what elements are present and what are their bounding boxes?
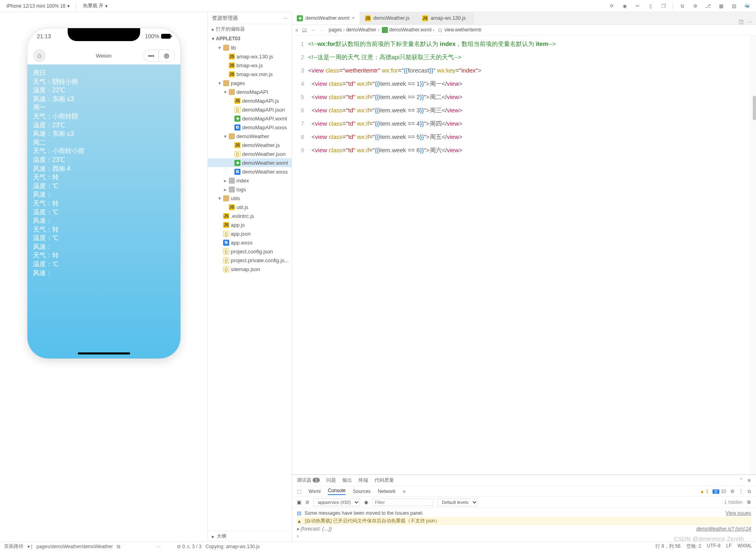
device-select[interactable]: iPhone 12/13 mini 100% 16 ▾: [4, 2, 72, 10]
filter-input[interactable]: [372, 499, 433, 506]
project-section[interactable]: ▾ APPLET03: [208, 34, 292, 43]
tree-item[interactable]: ▾demoWeather: [208, 132, 292, 141]
warning-count[interactable]: ▲ 1: [700, 489, 708, 494]
console-subtab[interactable]: Console: [328, 488, 346, 495]
split-icon[interactable]: ◫: [739, 19, 744, 25]
context-select[interactable]: appservice (#32): [313, 498, 360, 506]
tree-item[interactable]: ▾lib: [208, 43, 292, 52]
open-editors-section[interactable]: ▸ 打开的编辑器: [208, 24, 292, 34]
tree-item[interactable]: JSdemoMapAPI.js: [208, 96, 292, 105]
code-line[interactable]: <!--这是一周的天气 注意：高德api只能获取三天的天气-->: [308, 50, 748, 64]
bookmark-icon[interactable]: 🕮: [302, 27, 307, 33]
toc-icon[interactable]: ≡: [295, 27, 298, 33]
more-icon[interactable]: ···: [157, 544, 161, 549]
gear-icon[interactable]: ⚙: [730, 489, 735, 494]
code-line[interactable]: <view class="td" wx:if="{{item.week == 5…: [308, 130, 748, 143]
tree-item[interactable]: ▸logs: [208, 185, 292, 194]
file-tree[interactable]: ▾libJSamap-wx.130.jsJSbmap-wx.jsJSbmap-w…: [208, 43, 292, 531]
tree-item[interactable]: {}project.config.json: [208, 247, 292, 256]
output-tab[interactable]: 输出: [342, 477, 352, 484]
code-editor[interactable]: 123456789 <!--wx:for默认数组的当前项的下标变量名默认为 in…: [292, 35, 756, 474]
nav-fwd-icon[interactable]: →: [320, 27, 325, 33]
encoding[interactable]: UTF-8: [707, 543, 721, 550]
sources-subtab[interactable]: Sources: [353, 489, 371, 494]
levels-select[interactable]: Default levels: [437, 498, 478, 506]
wxml-subtab[interactable]: Wxml: [309, 489, 321, 494]
refresh-icon[interactable]: ⟳: [607, 1, 617, 11]
app-body[interactable]: 周日天气：阴转小雨温度：22℃风速：东南 ≤3周一天气：小雨转阴温度：23℃风速…: [27, 64, 180, 358]
copy-icon[interactable]: ⧉: [117, 544, 120, 549]
code-body[interactable]: <!--wx:for默认数组的当前项的下标变量名默认为 index，数组当前项的…: [308, 35, 750, 474]
windows-icon[interactable]: ❐: [658, 1, 669, 11]
gear-icon[interactable]: ⚙: [747, 499, 751, 505]
tree-item[interactable]: ▸index: [208, 176, 292, 185]
outline-section[interactable]: ▸ 大纲: [208, 531, 292, 541]
more-icon[interactable]: ···: [748, 19, 752, 25]
tree-item[interactable]: JSamap-wx.130.js: [208, 52, 292, 61]
editor-tab[interactable]: JSamap-wx.130.js: [417, 12, 474, 25]
popout-icon[interactable]: ⧉: [677, 1, 688, 11]
cut-icon[interactable]: ✂: [632, 1, 643, 11]
tree-item[interactable]: JSdemoWeather.js: [208, 141, 292, 149]
code-line[interactable]: <view class="wetheritemtr" wx:for="{{for…: [308, 64, 748, 77]
clear-icon[interactable]: ⊘: [305, 499, 309, 505]
docker-icon[interactable]: 🐳: [742, 1, 752, 11]
view-issues-link[interactable]: View issues: [726, 510, 751, 516]
tree-item[interactable]: JSapp.js: [208, 220, 292, 229]
collapse-icon[interactable]: ˄: [740, 478, 742, 483]
inspect-icon[interactable]: ⬚: [297, 489, 301, 494]
indent[interactable]: 空格: 2: [686, 543, 701, 550]
tree-item[interactable]: {}demoWeather.json: [208, 149, 292, 158]
capsule-menu-icon[interactable]: •••: [144, 50, 159, 61]
tree-item[interactable]: ✚demoWeather.wxml: [208, 158, 292, 167]
breadcrumb[interactable]: pages › demoWeather › ✚demoWeather.wxml …: [329, 27, 482, 33]
play-icon[interactable]: ▣: [297, 499, 301, 505]
console-body[interactable]: ▤Some messages have been moved to the Is…: [292, 508, 756, 541]
eye-icon[interactable]: ◉: [364, 499, 368, 505]
tree-item[interactable]: ⧉app.wxss: [208, 238, 292, 247]
tree-item[interactable]: ▾demoMapAPI: [208, 87, 292, 96]
tree-item[interactable]: ▾utils: [208, 194, 292, 203]
tree-item[interactable]: JSutil.js: [208, 203, 292, 211]
network-subtab[interactable]: Network: [378, 489, 396, 494]
hot-reload-toggle[interactable]: 热重载 开 ▾: [81, 2, 110, 10]
tree-item[interactable]: {}demoMapAPI.json: [208, 105, 292, 114]
page-path[interactable]: pages/demoWeather/demoWeather: [36, 544, 113, 549]
explorer-more-icon[interactable]: ···: [283, 15, 288, 21]
branch-icon[interactable]: ⎇: [703, 1, 713, 11]
code-line[interactable]: <view class="td" wx:if="{{item.week == 4…: [308, 117, 748, 130]
tree-item[interactable]: ▾pages: [208, 79, 292, 87]
close-icon[interactable]: ✕: [747, 478, 751, 483]
tree-item[interactable]: JS.eslintrc.js: [208, 211, 292, 220]
code-line[interactable]: <view class="td" wx:if="{{item.week == 3…: [308, 104, 748, 117]
tree-item[interactable]: {}sitemap.json: [208, 265, 292, 273]
hidden-count[interactable]: 1 hidden: [724, 499, 743, 505]
code-line[interactable]: <view class="td" wx:if="{{item.week == 6…: [308, 143, 748, 157]
page-path-label[interactable]: 页面路径: [4, 543, 23, 550]
popout-icon[interactable]: ⧉: [748, 489, 751, 494]
tree-item[interactable]: ⧉demoWeather.wxss: [208, 167, 292, 176]
cursor-pos[interactable]: 行 8，列 56: [655, 543, 681, 550]
editor-tab[interactable]: ✚demoWeather.wxml×: [292, 12, 360, 25]
settings-icon[interactable]: ⚙: [690, 1, 700, 11]
nav-back-icon[interactable]: ←: [311, 27, 316, 33]
code-line[interactable]: <view class="td" wx:if="{{item.week == 2…: [308, 90, 748, 104]
tree-item[interactable]: ✚demoMapAPI.wxml: [208, 114, 292, 123]
tree-item[interactable]: {}project.private.config.js...: [208, 256, 292, 265]
code-line[interactable]: <!--wx:for默认数组的当前项的下标变量名默认为 index，数组当前项的…: [308, 37, 748, 50]
code-line[interactable]: <view class="td" wx:if="{{item.week == 1…: [308, 77, 748, 90]
info-count[interactable]: ☰ 10: [713, 489, 726, 494]
tree-item[interactable]: JSbmap-wx.js: [208, 61, 292, 70]
eol[interactable]: LF: [726, 543, 732, 550]
issues-tab[interactable]: 问题: [326, 477, 336, 484]
more-subtabs-icon[interactable]: »: [403, 489, 406, 494]
tree-item[interactable]: ⧉demoMapAPI.wxss: [208, 123, 292, 132]
grid-icon[interactable]: ▦: [716, 1, 726, 11]
debugger-tab[interactable]: 调试器 1: [297, 477, 320, 484]
capsule-button[interactable]: •••◎: [143, 50, 175, 62]
editor-tab[interactable]: JSdemoWeather.js: [360, 12, 417, 25]
capsule-close-icon[interactable]: ◎: [159, 50, 174, 61]
console-prompt[interactable]: ›: [297, 533, 298, 539]
tree-item[interactable]: JSbmap-wx.min.js: [208, 70, 292, 79]
stop-icon[interactable]: ◉: [619, 1, 630, 11]
